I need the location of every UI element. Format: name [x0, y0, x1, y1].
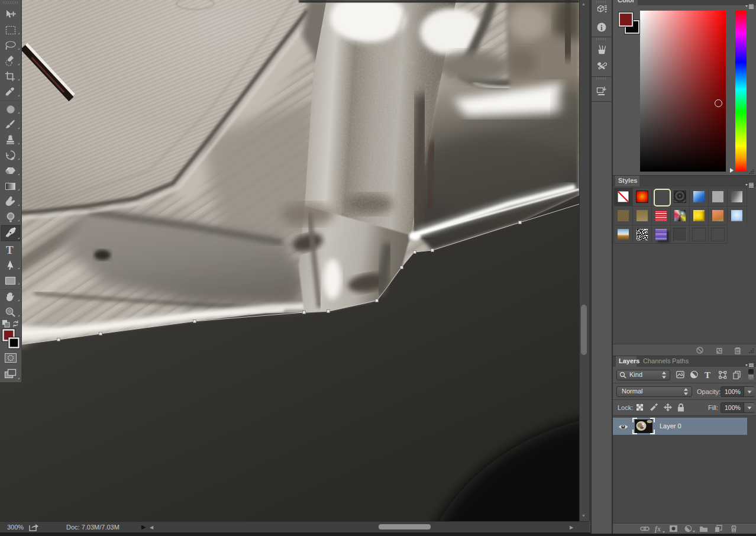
svg-text:fx: fx: [655, 525, 661, 533]
svg-text:T: T: [6, 244, 14, 256]
svg-text:T: T: [705, 370, 710, 379]
svg-text:i: i: [600, 23, 603, 32]
